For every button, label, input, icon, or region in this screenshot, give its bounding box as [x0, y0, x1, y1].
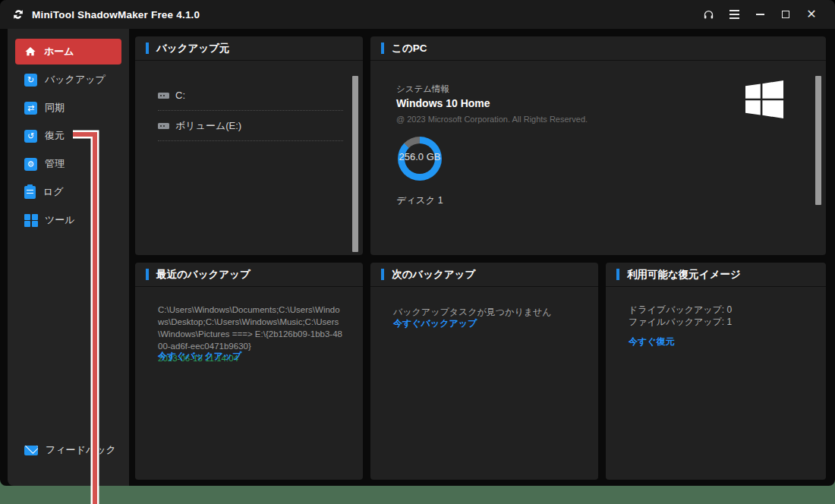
backup-source-item-c[interactable]: C: [158, 80, 343, 111]
window-title: MiniTool ShadowMaker Free 4.1.0 [32, 9, 200, 20]
file-backup-count: ファイルバックアップ: 1 [629, 316, 808, 328]
close-button[interactable]: ✕ [799, 0, 824, 29]
feedback-envelope-icon [24, 446, 38, 455]
accent-bar [146, 269, 149, 280]
manage-gear-icon: ⚙ [24, 158, 37, 171]
panel-header: 次のバックアップ [370, 263, 598, 287]
sidebar-item-label: 同期 [45, 101, 65, 115]
backup-icon: ↻ [24, 74, 37, 87]
this-pc-panel: このPC システム情報 Windows 10 Home @ 2023 Micro… [370, 36, 826, 255]
backup-paths: C:\Users\Windows\Documents;C:\Users\Wind… [135, 287, 363, 352]
restore-icon: ↺ [24, 130, 37, 143]
restore-images-panel: 利用可能な復元イメージ ドライブバックアップ: 0 ファイルバックアップ: 1 … [606, 263, 826, 480]
sidebar-item-label: ログ [43, 185, 64, 199]
panel-title: バックアップ元 [156, 42, 229, 55]
panel-header: 最近のバックアップ [135, 263, 363, 287]
sidebar-item-label: ツール [45, 213, 75, 227]
disk-label: ディスク 1 [363, 194, 477, 207]
sidebar-item-restore[interactable]: ↺ 復元 [15, 123, 121, 149]
accent-bar [381, 43, 384, 54]
tools-grid-icon [24, 214, 37, 227]
backup-source-panel: バックアップ元 C: ボリューム(E:) [135, 36, 363, 255]
system-info-label: システム情報 [396, 83, 449, 95]
maximize-button[interactable] [773, 0, 799, 29]
drive-icon [158, 123, 169, 129]
panel-header: バックアップ元 [135, 36, 363, 61]
accent-bar [616, 269, 619, 280]
minimize-button[interactable] [747, 0, 773, 29]
drive-label: ボリューム(E:) [175, 119, 241, 133]
sidebar-item-label: バックアップ [45, 73, 106, 87]
disk-capacity: 256.0 GB [363, 151, 477, 162]
sidebar-item-feedback[interactable]: フィードバック [24, 443, 116, 457]
backup-now-link[interactable]: 今すぐバックアップ [158, 350, 241, 363]
no-task-status: バックアップタスクが見つかりません [370, 287, 598, 319]
sidebar-item-label: 復元 [45, 129, 65, 143]
drive-label: C: [175, 90, 185, 101]
panel-title: 最近のバックアップ [156, 268, 250, 282]
app-window: MiniTool ShadowMaker Free 4.1.0 ✕ ホーム ↻ … [0, 0, 835, 486]
sync-icon: ⇄ [24, 102, 37, 115]
panel-title: 次のバックアップ [392, 268, 475, 282]
drive-icon [158, 93, 169, 99]
panel-title: このPC [392, 42, 427, 55]
menu-icon[interactable] [721, 0, 747, 29]
copyright-text: @ 2023 Microsoft Corporation. All Rights… [396, 115, 588, 124]
os-name: Windows 10 Home [396, 97, 490, 109]
backup-now-link[interactable]: 今すぐバックアップ [393, 317, 477, 330]
sidebar: ホーム ↻ バックアップ ⇄ 同期 ↺ 復元 ⚙ 管理 ログ ツール フィードバ… [8, 29, 129, 486]
scrollbar-thumb[interactable] [352, 76, 358, 252]
sidebar-item-backup[interactable]: ↻ バックアップ [15, 67, 121, 93]
sidebar-item-manage[interactable]: ⚙ 管理 [15, 151, 121, 177]
sidebar-item-label: 管理 [45, 157, 65, 171]
windows-logo-icon [745, 80, 783, 118]
feedback-label: フィードバック [46, 443, 116, 457]
log-clipboard-icon [24, 186, 36, 199]
drive-backup-count: ドライブバックアップ: 0 [629, 304, 808, 316]
sidebar-item-home[interactable]: ホーム [15, 39, 121, 65]
recent-backup-panel: 最近のバックアップ C:\Users\Windows\Documents;C:\… [135, 263, 363, 480]
minitool-logo-icon [11, 7, 26, 22]
next-backup-panel: 次のバックアップ バックアップタスクが見つかりません 今すぐバックアップ [370, 263, 598, 480]
support-headset-icon[interactable] [695, 0, 721, 29]
sidebar-item-label: ホーム [44, 45, 74, 58]
backup-source-item-e[interactable]: ボリューム(E:) [158, 111, 343, 141]
sidebar-item-tools[interactable]: ツール [15, 207, 121, 233]
restore-now-link[interactable]: 今すぐ復元 [629, 335, 675, 348]
sidebar-item-log[interactable]: ログ [15, 179, 121, 205]
title-bar: MiniTool ShadowMaker Free 4.1.0 ✕ [0, 0, 835, 29]
sidebar-item-sync[interactable]: ⇄ 同期 [15, 95, 121, 121]
panel-header: このPC [370, 36, 826, 61]
accent-bar [381, 269, 384, 280]
accent-bar [146, 43, 149, 54]
panel-title: 利用可能な復元イメージ [627, 268, 741, 282]
home-icon [24, 46, 36, 58]
scrollbar-thumb[interactable] [815, 76, 821, 205]
panel-header: 利用可能な復元イメージ [606, 263, 826, 287]
